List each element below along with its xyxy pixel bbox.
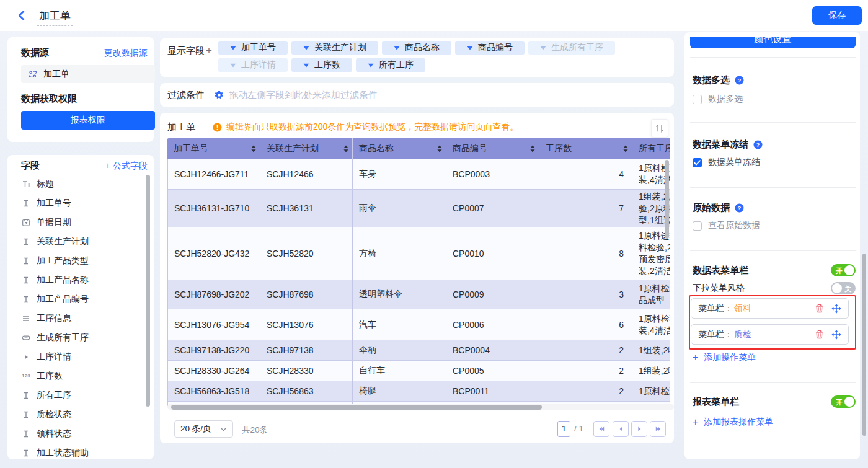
cell-processes: 1组装,2原 验,2原料检 型,1组装, — [632, 190, 670, 227]
field-item-加工单号[interactable]: 加工单号 — [7, 193, 154, 213]
multi-select-checkbox[interactable]: 数据多选 — [693, 94, 743, 105]
gear-icon[interactable] — [210, 91, 224, 100]
column-header-商品名称[interactable]: 商品名称 — [352, 138, 446, 159]
fields-scrollbar[interactable] — [146, 175, 150, 407]
back-button[interactable] — [16, 10, 29, 21]
field-item-加工状态辅助[interactable]: 加工状态辅助 — [7, 443, 154, 459]
raw-data-title: 原始数据 ? — [693, 202, 744, 214]
prev-page-button[interactable] — [613, 421, 629, 437]
field-item-标题[interactable]: 标题 — [7, 174, 154, 193]
field-item-加工产品类型[interactable]: 加工产品类型 — [7, 251, 154, 270]
cell-code: CP0009 — [446, 280, 539, 309]
report-menu-toggle[interactable]: 开 — [831, 395, 856, 408]
cell-plan: SCJH52820 — [260, 227, 353, 280]
column-header-加工单号[interactable]: 加工单号 — [167, 138, 260, 159]
datasource-title: 数据源 — [21, 47, 49, 59]
text-icon — [22, 276, 30, 285]
field-item-加工产品编号[interactable]: 加工产品编号 — [7, 289, 154, 309]
add-display-field-button[interactable]: + — [206, 45, 212, 57]
datasource-item[interactable]: 加工单 — [21, 65, 155, 83]
display-field-chip-生成所有工序[interactable]: 生成所有工序 — [528, 41, 615, 55]
display-field-chip-关联生产计划[interactable]: 关联生产计划 — [291, 41, 378, 55]
raw-data-checkbox[interactable]: 查看原始数据 — [693, 220, 760, 231]
sort-icon[interactable] — [343, 144, 349, 153]
text-icon — [22, 237, 30, 246]
color-settings-button[interactable]: 颜色设置 — [690, 37, 856, 48]
datasource-panel: 数据源 更改数据源 加工单 数据获取权限 报表权限 — [7, 37, 154, 142]
display-field-chip-所有工序[interactable]: 所有工序 — [356, 58, 425, 72]
add-report-menu-link[interactable]: + 添加报表操作菜单 — [693, 417, 773, 428]
sort-icon[interactable] — [250, 144, 257, 153]
next-page-button[interactable] — [631, 421, 647, 437]
last-page-button[interactable] — [650, 421, 666, 437]
field-item-单据日期[interactable]: 单据日期 — [7, 213, 154, 232]
field-item-生成所有工序[interactable]: 生成所有工序 — [7, 328, 154, 347]
sort-icon[interactable] — [529, 144, 536, 153]
help-icon[interactable]: ? — [735, 203, 744, 213]
field-item-label: 加工产品名称 — [37, 275, 89, 286]
filter-row: 过滤条件 拖动左侧字段到此处来添加过滤条件 — [160, 83, 674, 107]
add-action-menu-link[interactable]: + 添加操作菜单 — [693, 352, 756, 363]
column-header-关联生产计划[interactable]: 关联生产计划 — [260, 138, 352, 159]
display-fields-card: 显示字段 + 加工单号 关联生产计划 商品名称 商品编号 生成所有工序 工序详情… — [160, 38, 674, 77]
help-icon[interactable]: ? — [735, 76, 744, 85]
change-datasource-link[interactable]: 更改数据源 — [104, 48, 148, 59]
page-size-select[interactable]: 20 条/页 — [174, 420, 233, 438]
table-menu-toggle[interactable]: 开 — [831, 264, 856, 276]
move-icon[interactable] — [831, 304, 841, 314]
page-title[interactable]: 加工单 — [37, 9, 73, 26]
cell-count: 2 — [539, 381, 632, 401]
delete-icon[interactable] — [815, 304, 824, 313]
display-field-chip-工序数[interactable]: 工序数 — [291, 58, 352, 72]
cell-processes: 1原料检验 品成型 — [632, 280, 670, 309]
table-vertical-scrollbar[interactable] — [665, 160, 669, 239]
menu-freeze-checkbox[interactable]: 数据菜单冻结 — [693, 157, 760, 168]
column-header-商品编号[interactable]: 商品编号 — [446, 138, 539, 159]
text-icon — [22, 295, 30, 304]
table-horizontal-scrollbar[interactable] — [171, 405, 542, 410]
menu-bar-item-质检[interactable]: 菜单栏：质检 — [691, 324, 849, 345]
add-formula-field-link[interactable]: + 公式字段 — [105, 161, 148, 172]
page-scrollbar[interactable] — [862, 254, 866, 436]
column-header-工序数[interactable]: 工序数 — [539, 138, 632, 159]
menu-bar-item-领料[interactable]: 菜单栏：领料 — [691, 298, 849, 319]
field-item-关联生产计划[interactable]: 关联生产计划 — [7, 232, 154, 251]
sort-icon[interactable] — [622, 144, 629, 153]
field-item-质检状态[interactable]: 质检状态 — [7, 405, 154, 424]
save-button[interactable]: 保存 — [812, 6, 862, 25]
add-formula-field-label: 公式字段 — [113, 161, 148, 170]
sort-order-button[interactable] — [651, 119, 668, 138]
dropdown-style-toggle[interactable]: 关 — [831, 282, 856, 294]
first-page-button[interactable] — [593, 421, 609, 437]
field-item-所有工序[interactable]: 所有工序 — [7, 386, 154, 405]
checkbox-unchecked[interactable] — [693, 95, 702, 104]
checkbox-checked[interactable] — [693, 158, 702, 167]
field-item-工序信息[interactable]: 工序信息 — [7, 309, 154, 328]
chevron-down-icon — [303, 46, 309, 50]
filter-card[interactable]: 过滤条件 拖动左侧字段到此处来添加过滤条件 — [160, 83, 674, 107]
display-field-chip-商品名称[interactable]: 商品名称 — [382, 41, 451, 55]
cell-product: 汽车 — [353, 309, 446, 340]
checkbox-unchecked[interactable] — [693, 221, 702, 231]
column-header-所有工序[interactable]: 所有工序 — [632, 138, 670, 159]
sort-icon[interactable] — [436, 144, 443, 153]
field-item-领料状态[interactable]: 领料状态 — [7, 424, 154, 443]
field-item-工序数[interactable]: 123工序数 — [7, 366, 154, 386]
cell-code: BCP0011 — [446, 381, 539, 401]
fields-title: 字段 — [21, 160, 40, 172]
display-field-chip-加工单号[interactable]: 加工单号 — [218, 41, 288, 55]
display-field-chip-工序详情[interactable]: 工序详情 — [218, 58, 288, 72]
delete-icon[interactable] — [815, 330, 824, 339]
divider — [690, 382, 856, 383]
cell-order_no: SCJH36131-JG710 — [168, 190, 260, 227]
move-icon[interactable] — [831, 330, 841, 340]
svg-text:?: ? — [738, 205, 742, 211]
page-number-input[interactable]: 1 — [557, 421, 570, 437]
display-field-chip-商品编号[interactable]: 商品编号 — [455, 41, 525, 55]
field-item-工序详情[interactable]: 工序详情 — [7, 347, 154, 366]
report-permission-button[interactable]: 报表权限 — [21, 111, 155, 130]
field-item-加工产品名称[interactable]: 加工产品名称 — [7, 270, 154, 289]
report-menu-title-label: 报表菜单栏 — [693, 396, 739, 408]
cell-plan: SCJH28330 — [260, 361, 353, 381]
help-icon[interactable]: ? — [753, 140, 763, 149]
